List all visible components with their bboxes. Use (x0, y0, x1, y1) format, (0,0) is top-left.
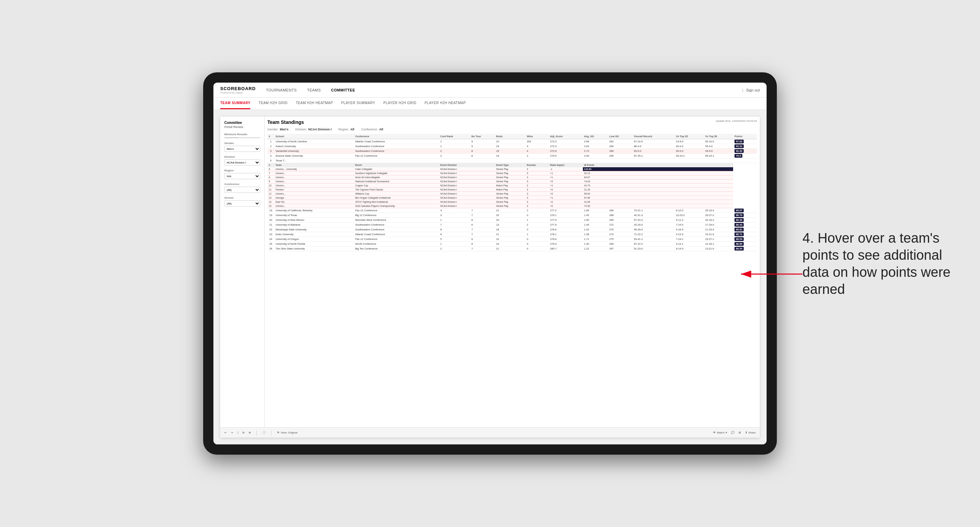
table-row[interactable]: 1 University of North Carolina Atlantic … (267, 139, 757, 144)
tab-team-h2h-heatmap[interactable]: TEAM H2H HEATMAP (296, 98, 333, 109)
table-row[interactable]: 22 Mississippi State University Southeas… (267, 227, 757, 232)
cell-adj-score: 277.9 (549, 222, 582, 227)
cell-school: Arizona State University (274, 154, 354, 159)
cell-w-points: 84.97 (583, 175, 733, 179)
nav-tournaments[interactable]: TOURNAMENTS (266, 88, 297, 92)
cell-low-sg: 269 (608, 242, 632, 246)
cell-points[interactable] (733, 159, 757, 163)
table-row[interactable]: 21 University of Alabama Southeastern Co… (267, 222, 757, 227)
cell-points[interactable]: 90.32 (733, 149, 757, 154)
cell-no-tour: 7 (470, 227, 495, 232)
table-row[interactable]: 15 Univers... 2023 Salvalea Players Cham… (267, 204, 757, 208)
table-row[interactable]: 10 Univers... Copper Cup NCAA Division I… (267, 184, 757, 188)
nav-teams[interactable]: TEAMS (307, 88, 321, 92)
table-row[interactable]: 25 University of North Florida ASUN Conf… (267, 242, 757, 246)
cell-points[interactable]: 88.81 (733, 227, 757, 232)
cell-conf-rank: 1 (439, 139, 470, 144)
cell-points[interactable]: 93.31 (733, 144, 757, 149)
table-row[interactable]: 20 University of New Mexico Mountain Wes… (267, 218, 757, 222)
table-row[interactable]: 4 Arizona State University Pac-12 Confer… (267, 154, 757, 159)
cell-bnds: 10 (495, 139, 525, 144)
conference-select[interactable]: (All) (224, 187, 260, 193)
cell-points[interactable]: 88.71 (733, 232, 757, 237)
annotation-text: 4. Hover over a team's points to see add… (802, 229, 959, 298)
cell-bnds: 13 (495, 222, 525, 227)
cell-rounds: 3 (525, 192, 549, 196)
table-row[interactable]: 18 University of California, Berkeley Pa… (267, 208, 757, 213)
cell-avg-sg: 1.32 (583, 227, 608, 232)
tab-team-h2h-grid[interactable]: TEAM H2H GRID (258, 98, 288, 109)
view-original-button[interactable]: 👁 View: Original (277, 431, 298, 434)
cell-event-type: Stroke Play (495, 175, 525, 179)
update-time: Update time: 13/03/2024 10:03:42 (716, 119, 757, 122)
sub-col-team: Team (274, 163, 354, 167)
copy-button[interactable]: ⧉ (242, 431, 245, 435)
tab-team-summary[interactable]: TEAM SUMMARY (220, 98, 250, 109)
gender-filter-label: Gender: (267, 128, 278, 131)
sign-out-button[interactable]: Sign out (746, 88, 760, 92)
tab-player-h2h-heatmap[interactable]: PLAYER H2H HEATMAP (425, 98, 466, 109)
nav-committee[interactable]: COMMITTEE (331, 88, 355, 92)
comment-button[interactable]: 💬 (731, 431, 735, 434)
cell-w-points: 41.85 (583, 200, 733, 204)
paste-button[interactable]: ⊕ (248, 431, 251, 434)
table-row[interactable]: 2 Auburn University Southeastern Confere… (267, 144, 757, 149)
table-row[interactable]: 14 East Tec OFCC Fighting Illini Invitat… (267, 200, 757, 204)
col-avg-sg: Avg. SG (583, 134, 608, 139)
clock-button[interactable]: 🕐 (262, 431, 266, 434)
table-row-highlighted[interactable]: 3 Vanderbilt University Southeastern Con… (267, 149, 757, 154)
cell-points[interactable]: 88.94 (733, 246, 757, 251)
sub-col-num: # (267, 163, 274, 167)
cell-points[interactable]: 88.43 (733, 222, 757, 227)
cell-wins: 0 (525, 213, 549, 218)
min-rounds-slider[interactable] (224, 137, 260, 138)
cell-points[interactable]: 79.5 (733, 154, 757, 159)
cell-avg-sg: 1.45 (583, 222, 608, 227)
cell-points[interactable]: 88.07 (733, 208, 757, 213)
cell-points[interactable]: 97.02 (733, 139, 757, 144)
cell-adj-score: 272.3 (549, 144, 582, 149)
region-filter-value: All (350, 128, 355, 131)
tab-player-summary[interactable]: PLAYER SUMMARY (341, 98, 375, 109)
cell-points[interactable]: 88.70 (733, 213, 757, 218)
table-row[interactable]: 13 Georgia Ben Hogan Collegiate Invitati… (267, 196, 757, 200)
comment-icon: 💬 (731, 431, 735, 434)
cell-low-sg: 274 (608, 232, 632, 237)
region-select[interactable]: N/A (224, 173, 260, 179)
watch-button[interactable]: 👁 Watch ▾ (713, 431, 727, 434)
cell-vs25: 33-19-1 (675, 154, 704, 159)
filter-bar: Gender: Men's Division: NCAA Division I … (267, 128, 757, 131)
back-button[interactable]: ⟨ (237, 431, 238, 434)
table-row[interactable]: 5 Texas T... (267, 159, 757, 163)
division-select[interactable]: NCAA Division I (224, 159, 260, 165)
cell-overall: 86-4-0 (632, 144, 675, 149)
cell-avg-sg: 2.86 (583, 139, 608, 144)
undo-button[interactable]: ↩ (224, 431, 227, 434)
table-row[interactable]: 11 Florida I The Cypress Point Classic N… (267, 188, 757, 192)
table-row[interactable]: 9 Univers... National Invitational Tourn… (267, 179, 757, 184)
undo-icon: ↩ (224, 431, 227, 434)
cell-points[interactable]: 88.49 (733, 218, 757, 222)
cell-no-tour: 7 (470, 232, 495, 237)
table-row[interactable]: 26 The Ohio State University Big Ten Con… (267, 246, 757, 251)
table-row[interactable]: 19 University of Texas Big 12 Conference… (267, 213, 757, 218)
top-nav: SCOREBOARD Powered by clippd TOURNAMENTS… (213, 83, 767, 98)
cell-bnds: 20 (495, 218, 525, 222)
school-select[interactable]: (All) (224, 200, 260, 206)
cell-points[interactable]: 88.89 (733, 242, 757, 246)
table-row[interactable]: 12 Univers... Williams Cup NCAA Division… (267, 192, 757, 196)
table-row[interactable]: 6 Univers... University Cabo Collegiate … (267, 167, 757, 171)
table-row[interactable]: 24 University of Oregon Pac-12 Conferenc… (267, 237, 757, 242)
share-button[interactable]: ⬆ Share (745, 431, 756, 434)
cell-team: Univers... (274, 175, 354, 179)
tab-player-h2h-grid[interactable]: PLAYER H2H GRID (383, 98, 417, 109)
table-row[interactable]: 23 Duke University Atlantic Coast Confer… (267, 232, 757, 237)
grid-button[interactable]: ⊞ (738, 431, 741, 434)
cell-points[interactable]: 88.54 (733, 237, 757, 242)
redo-button[interactable]: ↪ (231, 431, 233, 434)
gender-select[interactable]: Men's (224, 146, 260, 152)
table-row[interactable]: 8 Univers... Amer Ari Intercollegiate NC… (267, 175, 757, 179)
cell-avg-sg: 1.22 (583, 246, 608, 251)
table-row[interactable]: 7 Univers... Southern Highlands Collegia… (267, 171, 757, 175)
cell-low-sg: 265 (608, 154, 632, 159)
